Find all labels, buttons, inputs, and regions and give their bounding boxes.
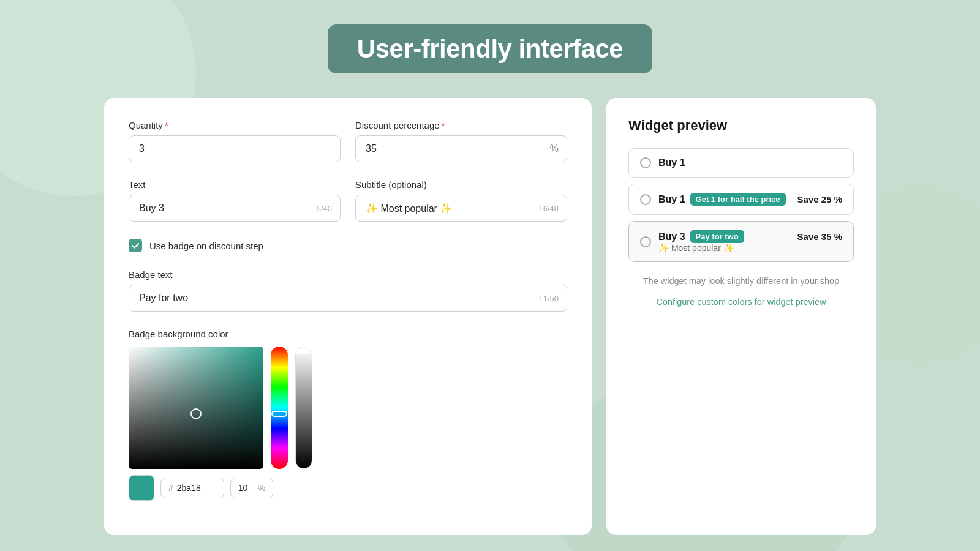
text-subtitle-row: Text 5/40 Subtitle (optional) 16/40 [129, 179, 567, 222]
gradient-handle [190, 408, 202, 419]
widget-option-2-label: Buy 1 [658, 194, 685, 205]
discount-required: * [442, 120, 445, 130]
subtitle-input-wrapper: 16/40 [355, 195, 567, 222]
color-gradient-picker[interactable] [129, 347, 263, 469]
widget-option-2[interactable]: Buy 1 Get 1 for half the price Save 25 % [628, 184, 854, 215]
hue-handle [271, 411, 287, 417]
widget-radio-1[interactable] [640, 157, 651, 168]
quantity-required: * [165, 120, 168, 130]
subtitle-counter: 16/40 [538, 204, 559, 213]
discount-label: Discount percentage* [355, 120, 567, 130]
hue-slider[interactable] [271, 347, 288, 469]
page-title: User-friendly interface [328, 24, 652, 73]
discount-input-wrapper: % [355, 135, 567, 162]
opacity-slider[interactable] [295, 347, 312, 469]
hex-input[interactable] [177, 483, 216, 493]
text-input-wrapper: 5/40 [129, 195, 341, 222]
badge-text-label: Badge text [129, 269, 567, 280]
opacity-percent: % [258, 483, 265, 493]
badge-bg-color-group: Badge background color [129, 329, 567, 501]
widget-option-1-label: Buy 1 [658, 157, 685, 168]
color-picker-area [129, 347, 567, 469]
use-badge-label: Use badge on discount step [149, 241, 263, 251]
widget-radio-3[interactable] [640, 236, 651, 247]
opacity-input-wrapper: % [230, 478, 273, 498]
right-panel: Widget preview Buy 1 Buy 1 Get 1 for hal… [606, 98, 876, 535]
checkmark-icon [131, 241, 140, 250]
color-bottom-row: # % [129, 475, 567, 501]
color-swatch[interactable] [129, 475, 154, 501]
left-panel: Quantity* Discount percentage* % [104, 98, 592, 535]
discount-suffix: % [550, 143, 559, 154]
widget-option-2-badge: Get 1 for half the price [690, 193, 786, 206]
hex-input-wrapper: # [160, 478, 224, 498]
hex-hash: # [168, 483, 173, 493]
quantity-discount-row: Quantity* Discount percentage* % [129, 120, 567, 162]
opacity-input[interactable] [238, 483, 255, 493]
quantity-input[interactable] [129, 135, 341, 162]
discount-input[interactable] [355, 135, 567, 162]
badge-text-input[interactable] [129, 285, 567, 312]
widget-preview-title: Widget preview [628, 118, 854, 133]
widget-option-1-content: Buy 1 [658, 157, 842, 168]
badge-text-input-wrapper: 11/50 [129, 285, 567, 312]
subtitle-group: Subtitle (optional) 16/40 [355, 179, 567, 222]
opacity-handle [296, 348, 312, 354]
subtitle-label: Subtitle (optional) [355, 179, 567, 190]
widget-option-3-badge: Pay for two [690, 230, 744, 243]
use-badge-checkbox[interactable] [129, 239, 142, 252]
badge-text-counter: 11/50 [538, 294, 559, 303]
widget-note: The widget may look slightly different i… [628, 274, 854, 288]
main-content: Quantity* Discount percentage* % [104, 98, 876, 535]
quantity-group: Quantity* [129, 120, 341, 162]
widget-radio-2[interactable] [640, 194, 651, 205]
badge-bg-label: Badge background color [129, 329, 567, 339]
widget-option-2-content: Buy 1 Get 1 for half the price [658, 193, 790, 206]
widget-config-link[interactable]: Configure custom colors for widget previ… [628, 297, 854, 307]
widget-option-3-content: Buy 3 Pay for two Save 35 % ✨ Most popul… [658, 230, 842, 253]
text-input[interactable] [129, 195, 341, 222]
subtitle-input[interactable] [355, 195, 567, 222]
text-label: Text [129, 179, 341, 190]
widget-option-2-save: Save 25 % [797, 194, 842, 204]
widget-option-3-subtitle: ✨ Most popular ✨ [658, 243, 842, 253]
text-group: Text 5/40 [129, 179, 341, 222]
widget-option-3-save: Save 35 % [797, 231, 842, 242]
text-counter: 5/40 [317, 204, 332, 213]
widget-option-3[interactable]: Buy 3 Pay for two Save 35 % ✨ Most popul… [628, 221, 854, 262]
widget-option-3-label: Buy 3 [658, 231, 685, 242]
badge-text-group: Badge text 11/50 [129, 269, 567, 312]
badge-checkbox-row[interactable]: Use badge on discount step [129, 239, 567, 252]
discount-group: Discount percentage* % [355, 120, 567, 162]
quantity-label: Quantity* [129, 120, 341, 130]
widget-option-1[interactable]: Buy 1 [628, 148, 854, 178]
